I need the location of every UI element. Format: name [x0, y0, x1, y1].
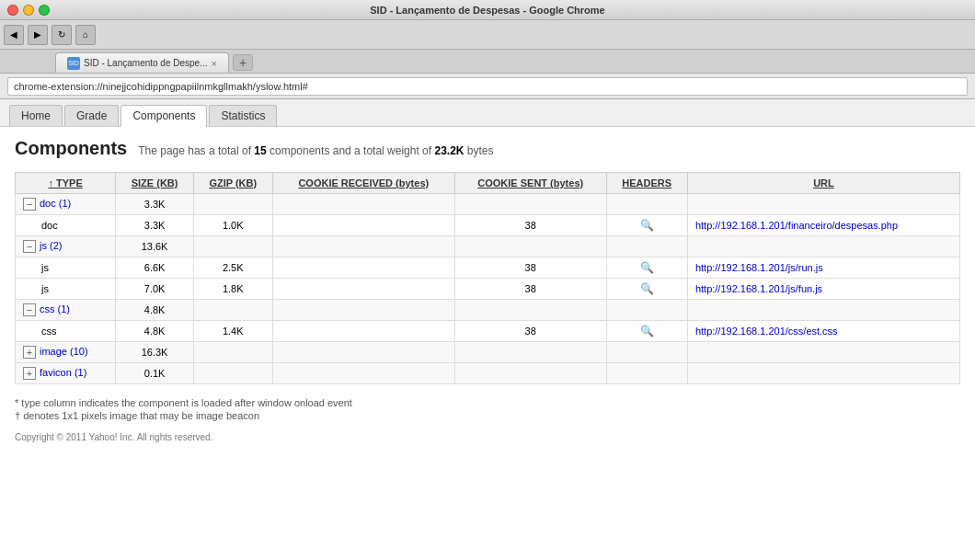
- table-group-row: −css (1)4.8K: [16, 300, 960, 321]
- group-headers: [606, 236, 687, 257]
- row-type: js: [16, 279, 116, 300]
- group-type-link[interactable]: js (2): [40, 240, 62, 251]
- group-gzip: [193, 194, 272, 215]
- row-cookie-received: [272, 321, 454, 342]
- row-gzip: 1.8K: [193, 279, 272, 300]
- home-button[interactable]: ⌂: [75, 25, 96, 45]
- group-type-link[interactable]: image (10): [40, 346, 88, 357]
- tab-close-button[interactable]: ×: [212, 58, 217, 69]
- search-icon[interactable]: 🔍: [640, 261, 654, 274]
- row-cookie-received: [272, 215, 454, 236]
- tab-statistics[interactable]: Statistics: [209, 105, 277, 126]
- toggle-icon[interactable]: +: [23, 367, 36, 380]
- search-icon[interactable]: 🔍: [640, 282, 654, 295]
- col-headers[interactable]: HEADERS: [606, 173, 687, 194]
- group-type-link[interactable]: favicon (1): [40, 367, 86, 378]
- tab-home[interactable]: Home: [9, 105, 63, 126]
- title-bar: SID - Lançamento de Despesas - Google Ch…: [0, 0, 975, 20]
- group-url: [687, 342, 959, 363]
- row-url-link[interactable]: http://192.168.1.201/js/run.js: [695, 262, 823, 273]
- search-icon[interactable]: 🔍: [640, 325, 654, 337]
- table-header-row: ↑ TYPE SIZE (KB) GZIP (KB) COOKIE RECEIV…: [16, 173, 960, 194]
- components-table: ↑ TYPE SIZE (KB) GZIP (KB) COOKIE RECEIV…: [15, 172, 960, 384]
- url-text: chrome-extension://ninejjcohidippngpapii…: [14, 81, 308, 92]
- row-gzip: 1.0K: [193, 215, 272, 236]
- table-row: js6.6K2.5K38🔍http://192.168.1.201/js/run…: [16, 257, 960, 279]
- reload-button[interactable]: ↻: [52, 25, 72, 45]
- col-url-link[interactable]: URL: [813, 177, 834, 189]
- footer-notes: * type column indicates the component is…: [15, 397, 960, 421]
- row-size: 4.8K: [116, 321, 194, 342]
- close-button[interactable]: [7, 5, 18, 16]
- row-url-link[interactable]: http://192.168.1.201/financeiro/despesas…: [695, 220, 898, 231]
- row-type: css: [16, 321, 116, 342]
- col-gzip[interactable]: GZIP (KB): [193, 173, 272, 194]
- minimize-button[interactable]: [23, 5, 34, 16]
- row-cookie-sent: 38: [454, 215, 606, 236]
- row-cookie-sent: 38: [454, 279, 606, 300]
- col-url[interactable]: URL: [687, 173, 959, 194]
- row-type: doc: [16, 215, 116, 236]
- col-gzip-link[interactable]: GZIP (KB): [209, 177, 257, 189]
- group-cookie-sent: [454, 194, 606, 215]
- browser-tab[interactable]: SID SID - Lançamento de Despe... ×: [55, 52, 229, 73]
- group-type-link[interactable]: doc (1): [40, 198, 71, 209]
- forward-button[interactable]: ▶: [28, 25, 48, 45]
- col-headers-link[interactable]: HEADERS: [622, 177, 671, 189]
- col-cookie-sent-link[interactable]: COOKIE SENT (bytes): [477, 177, 583, 189]
- group-size: 3.3K: [116, 194, 194, 215]
- copyright: Copyright © 2011 Yahoo! Inc. All rights …: [15, 432, 960, 442]
- window-controls: [7, 5, 50, 16]
- group-gzip: [193, 342, 272, 363]
- footer-note2: † denotes 1x1 pixels image that may be i…: [15, 410, 960, 421]
- col-type-link[interactable]: ↑ TYPE: [49, 177, 83, 189]
- group-cookie-received: [272, 342, 454, 363]
- group-cookie-received: [272, 300, 454, 321]
- subtitle-mid: components and a total weight of: [267, 144, 435, 157]
- row-cookie-received: [272, 257, 454, 279]
- group-size: 4.8K: [116, 300, 194, 321]
- col-type[interactable]: ↑ TYPE: [16, 173, 116, 194]
- col-size-link[interactable]: SIZE (KB): [132, 177, 178, 189]
- col-size[interactable]: SIZE (KB): [116, 173, 194, 194]
- group-url: [687, 194, 959, 215]
- footer-note1: * type column indicates the component is…: [15, 397, 960, 408]
- toggle-icon[interactable]: +: [23, 346, 36, 359]
- table-group-row: −doc (1)3.3K: [16, 194, 960, 215]
- group-cookie-received: [272, 363, 454, 384]
- row-size: 6.6K: [116, 257, 194, 279]
- group-headers: [606, 300, 687, 321]
- back-button[interactable]: ◀: [4, 25, 24, 45]
- subtitle-prefix: The page has a total of: [138, 144, 254, 157]
- toggle-icon[interactable]: −: [23, 240, 36, 253]
- maximize-button[interactable]: [39, 5, 50, 16]
- table-group-row: +favicon (1)0.1K: [16, 363, 960, 384]
- col-cookie-received-link[interactable]: COOKIE RECEIVED (bytes): [298, 177, 429, 189]
- group-url: [687, 363, 959, 384]
- subtitle-suffix: bytes: [465, 144, 494, 157]
- col-cookie-sent[interactable]: COOKIE SENT (bytes): [454, 173, 606, 194]
- group-cookie-received: [272, 194, 454, 215]
- tab-favicon: SID: [67, 57, 80, 70]
- search-icon[interactable]: 🔍: [640, 219, 654, 232]
- row-headers: 🔍: [606, 279, 687, 300]
- row-cookie-received: [272, 279, 454, 300]
- row-gzip: 2.5K: [193, 257, 272, 279]
- tab-bar: SID SID - Lançamento de Despe... × +: [0, 50, 975, 74]
- row-url-link[interactable]: http://192.168.1.201/js/fun.js: [695, 283, 822, 294]
- row-cookie-sent: 38: [454, 321, 606, 342]
- page-content: Components The page has a total of 15 co…: [0, 127, 975, 495]
- table-row: js7.0K1.8K38🔍http://192.168.1.201/js/fun…: [16, 279, 960, 300]
- col-cookie-received[interactable]: COOKIE RECEIVED (bytes): [272, 173, 454, 194]
- group-gzip: [193, 363, 272, 384]
- tab-components[interactable]: Components: [120, 105, 207, 127]
- toggle-icon[interactable]: −: [23, 198, 36, 211]
- new-tab-button[interactable]: +: [233, 54, 253, 71]
- group-type-link[interactable]: css (1): [40, 303, 70, 314]
- tab-grade[interactable]: Grade: [64, 105, 119, 126]
- row-url-link[interactable]: http://192.168.1.201/css/est.css: [695, 326, 838, 337]
- toggle-icon[interactable]: −: [23, 303, 36, 316]
- group-url: [687, 300, 959, 321]
- url-input[interactable]: chrome-extension://ninejjcohidippngpapii…: [7, 77, 968, 96]
- row-headers: 🔍: [606, 257, 687, 279]
